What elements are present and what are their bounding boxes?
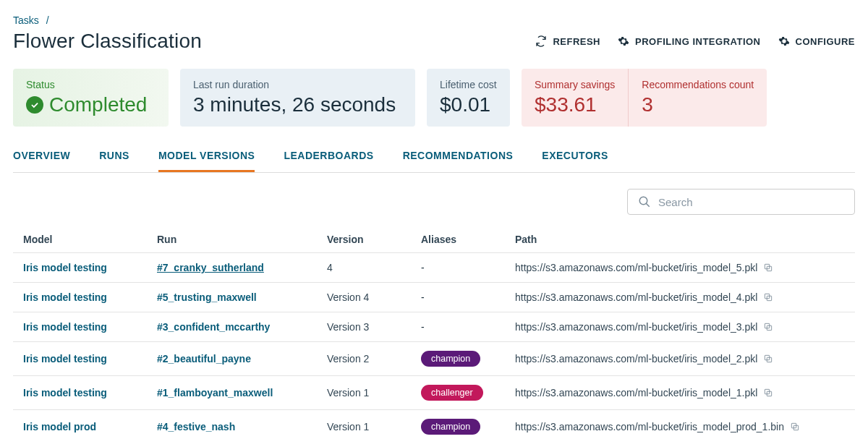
breadcrumb-sep: / <box>46 14 49 26</box>
model-link[interactable]: Iris model testing <box>23 291 157 303</box>
col-version: Version <box>327 234 421 245</box>
version-text: Version 4 <box>327 291 421 303</box>
aliases-cell: champion <box>421 351 515 367</box>
refresh-icon <box>535 35 547 47</box>
path-cell: https://s3.amazonaws.com/ml-bucket/iris_… <box>515 262 845 273</box>
breadcrumb-root[interactable]: Tasks <box>13 14 39 26</box>
status-label: Status <box>26 79 156 90</box>
summary-row: Status Completed Last run duration 3 min… <box>13 69 855 127</box>
check-circle-icon <box>26 96 43 114</box>
model-link[interactable]: Iris model testing <box>23 387 157 398</box>
table-header: Model Run Version Aliases Path <box>13 226 855 253</box>
tab-runs[interactable]: RUNS <box>99 142 129 172</box>
run-link[interactable]: #3_confident_mccarthy <box>157 321 327 333</box>
alias-none: - <box>421 262 425 273</box>
copy-icon[interactable] <box>763 322 773 332</box>
header-row: Flower Classification REFRESH PROFILING … <box>13 30 855 53</box>
path-text: https://s3.amazonaws.com/ml-bucket/iris_… <box>515 353 757 365</box>
aliases-cell: champion <box>421 419 515 435</box>
duration-card: Last run duration 3 minutes, 26 seconds <box>180 69 415 127</box>
path-cell: https://s3.amazonaws.com/ml-bucket/iris_… <box>515 421 845 432</box>
path-text: https://s3.amazonaws.com/ml-bucket/iris_… <box>515 387 757 398</box>
alias-none: - <box>421 321 425 333</box>
search-box[interactable] <box>627 189 855 215</box>
cost-card: Lifetime cost $0.01 <box>427 69 510 127</box>
status-value: Completed <box>26 93 156 116</box>
savings-value: $33.61 <box>535 93 615 116</box>
table-row: Iris model prod#4_festive_nashVersion 1c… <box>13 410 855 439</box>
savings-card: Summary savings $33.61 Recommendations c… <box>522 69 767 127</box>
recs-half: Recommendations count 3 <box>629 69 767 127</box>
run-link[interactable]: #1_flamboyant_maxwell <box>157 387 327 398</box>
profiling-label: PROFILING INTEGRATION <box>635 36 760 47</box>
svg-line-1 <box>646 203 650 207</box>
aliases-cell: challenger <box>421 385 515 401</box>
table-row: Iris model testing#3_confident_mccarthyV… <box>13 312 855 342</box>
run-link[interactable]: #2_beautiful_payne <box>157 353 327 365</box>
configure-button[interactable]: CONFIGURE <box>778 35 856 47</box>
tab-leaderboards[interactable]: LEADERBOARDS <box>284 142 373 172</box>
path-text: https://s3.amazonaws.com/ml-bucket/iris_… <box>515 291 757 303</box>
model-link[interactable]: Iris model testing <box>23 353 157 365</box>
search-row <box>13 189 855 215</box>
refresh-label: REFRESH <box>553 36 600 47</box>
profiling-button[interactable]: PROFILING INTEGRATION <box>618 35 760 47</box>
search-icon <box>638 195 651 208</box>
path-cell: https://s3.amazonaws.com/ml-bucket/iris_… <box>515 291 845 303</box>
gear-icon <box>618 35 629 47</box>
tab-recommendations[interactable]: RECOMMENDATIONS <box>403 142 514 172</box>
table-row: Iris model testing#1_flamboyant_maxwellV… <box>13 376 855 410</box>
aliases-cell: - <box>421 321 515 333</box>
refresh-button[interactable]: REFRESH <box>535 35 600 47</box>
table-row: Iris model testing#2_beautiful_payneVers… <box>13 342 855 376</box>
status-card: Status Completed <box>13 69 169 127</box>
aliases-cell: - <box>421 262 515 273</box>
path-text: https://s3.amazonaws.com/ml-bucket/iris_… <box>515 321 757 333</box>
col-path: Path <box>515 234 845 245</box>
copy-icon[interactable] <box>790 422 800 432</box>
tab-executors[interactable]: EXECUTORS <box>542 142 608 172</box>
path-cell: https://s3.amazonaws.com/ml-bucket/iris_… <box>515 387 845 398</box>
copy-icon[interactable] <box>763 354 773 364</box>
model-versions-table: Model Run Version Aliases Path Iris mode… <box>13 226 855 439</box>
table-row: Iris model testing#7_cranky_sutherland4-… <box>13 253 855 283</box>
configure-label: CONFIGURE <box>796 36 856 47</box>
cost-label: Lifetime cost <box>440 79 497 90</box>
duration-label: Last run duration <box>193 79 402 90</box>
copy-icon[interactable] <box>763 263 773 273</box>
model-link[interactable]: Iris model testing <box>23 321 157 333</box>
run-link[interactable]: #4_festive_nash <box>157 421 327 432</box>
path-text: https://s3.amazonaws.com/ml-bucket/iris_… <box>515 262 757 273</box>
table-row: Iris model testing#5_trusting_maxwellVer… <box>13 283 855 312</box>
header-actions: REFRESH PROFILING INTEGRATION CONFIGURE <box>535 35 855 47</box>
breadcrumb: Tasks / <box>13 14 855 26</box>
gear-icon <box>778 35 790 47</box>
tabs: OVERVIEW RUNS MODEL VERSIONS LEADERBOARD… <box>13 142 855 173</box>
tab-model-versions[interactable]: MODEL VERSIONS <box>158 142 255 172</box>
recs-label: Recommendations count <box>642 79 754 90</box>
page-title: Flower Classification <box>13 30 202 53</box>
run-link[interactable]: #5_trusting_maxwell <box>157 291 327 303</box>
version-text: Version 1 <box>327 421 421 432</box>
col-aliases: Aliases <box>421 234 515 245</box>
recs-value: 3 <box>642 93 754 116</box>
savings-label: Summary savings <box>535 79 615 90</box>
search-input[interactable] <box>658 196 844 208</box>
version-text: Version 2 <box>327 353 421 365</box>
alias-badge: champion <box>421 351 480 367</box>
col-model: Model <box>23 234 157 245</box>
alias-badge: challenger <box>421 385 483 401</box>
model-link[interactable]: Iris model testing <box>23 262 157 273</box>
savings-half: Summary savings $33.61 <box>522 69 629 127</box>
duration-value: 3 minutes, 26 seconds <box>193 93 402 116</box>
status-text: Completed <box>49 93 147 116</box>
model-link[interactable]: Iris model prod <box>23 421 157 432</box>
run-link[interactable]: #7_cranky_sutherland <box>157 262 327 273</box>
path-cell: https://s3.amazonaws.com/ml-bucket/iris_… <box>515 353 845 365</box>
alias-none: - <box>421 291 425 303</box>
version-text: 4 <box>327 262 421 273</box>
tab-overview[interactable]: OVERVIEW <box>13 142 70 172</box>
copy-icon[interactable] <box>763 388 773 398</box>
version-text: Version 1 <box>327 387 421 398</box>
copy-icon[interactable] <box>763 292 773 302</box>
